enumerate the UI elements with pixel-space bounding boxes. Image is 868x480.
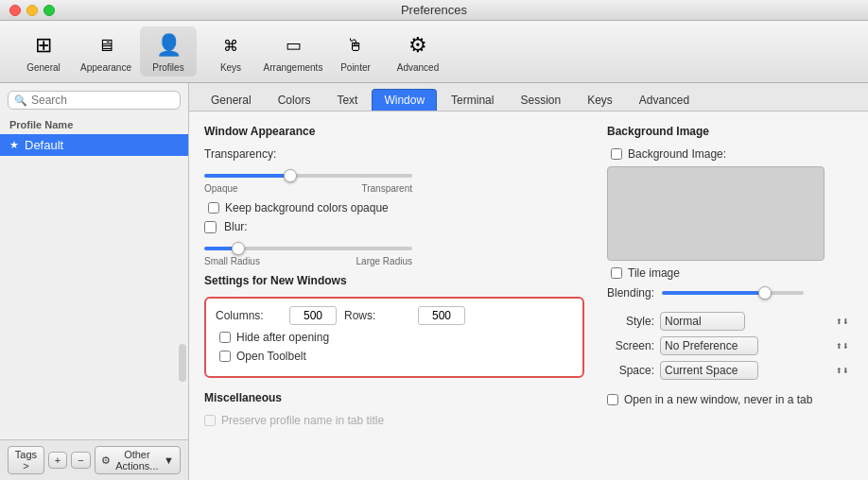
blending-slider-thumb[interactable] <box>758 286 772 300</box>
blending-slider-track[interactable] <box>662 291 804 295</box>
bg-image-checkbox[interactable] <box>611 148 622 160</box>
blur-slider-labels: Small Radius Large Radius <box>204 256 412 266</box>
settings-right: Background Image Background Image: Tile … <box>607 125 853 467</box>
toolbar-advanced-label: Advanced <box>397 62 439 73</box>
style-select[interactable]: NormalNo TitlebarCompactMinimalCustomize… <box>660 312 745 331</box>
close-button[interactable] <box>9 5 21 16</box>
chevron-down-icon: ▼ <box>164 454 174 466</box>
keep-bg-label: Keep background colors opaque <box>225 201 389 214</box>
rows-label: Rows: <box>344 309 410 322</box>
keys-icon: ⌘ <box>216 30 246 60</box>
bg-image-title: Background Image <box>607 125 853 138</box>
open-toolbelt-label: Open Toolbelt <box>236 350 306 363</box>
bg-image-preview <box>607 166 825 261</box>
hide-after-checkbox[interactable] <box>219 332 231 343</box>
style-dropdown-wrapper: NormalNo TitlebarCompactMinimalCustomize… <box>660 312 853 331</box>
scrollbar-thumb[interactable] <box>179 344 186 382</box>
remove-profile-button[interactable]: − <box>71 452 90 469</box>
keep-bg-checkbox[interactable] <box>208 202 219 214</box>
preserve-profile-row: Preserve profile name in tab title <box>204 414 584 427</box>
blur-row: Blur: <box>204 220 584 233</box>
rows-input[interactable] <box>418 306 465 325</box>
transparency-slider-track[interactable] <box>204 174 412 178</box>
open-new-window-row: Open in a new window, never in a tab <box>607 393 853 406</box>
search-input[interactable] <box>31 94 174 107</box>
small-radius-label: Small Radius <box>204 256 260 266</box>
tab-session[interactable]: Session <box>508 89 573 111</box>
tab-keys[interactable]: Keys <box>575 89 625 111</box>
search-icon: 🔍 <box>14 94 27 107</box>
screen-select[interactable]: No PreferenceMain ScreenOther <box>660 336 758 355</box>
columns-rows-row: Columns: Rows: <box>216 306 573 325</box>
general-icon: ⊞ <box>28 30 59 60</box>
preserve-profile-checkbox[interactable] <box>204 415 216 426</box>
hide-after-label: Hide after opening <box>236 331 329 344</box>
sidebar-item-default[interactable]: ★ Default <box>0 134 188 156</box>
screen-row: Screen: No PreferenceMain ScreenOther <box>607 336 853 355</box>
blur-slider-track[interactable] <box>204 247 412 250</box>
columns-input[interactable] <box>289 306 337 325</box>
blending-label: Blending: <box>607 286 654 300</box>
maximize-button[interactable] <box>43 5 55 16</box>
tab-bar: General Colors Text Window Terminal Sess… <box>189 83 868 111</box>
hide-after-row: Hide after opening <box>219 331 573 344</box>
transparent-label: Transparent <box>361 183 412 194</box>
main-area: 🔍 Profile Name ★ Default Tags > + − ⚙ Ot… <box>0 83 868 480</box>
settings-body: Window Appearance Transparency: Opaque T… <box>189 111 868 480</box>
sidebar-item-name: Default <box>25 138 63 152</box>
tags-button[interactable]: Tags > <box>8 446 44 474</box>
minimize-button[interactable] <box>26 5 38 16</box>
sidebar-footer: Tags > + − ⚙ Other Actions... ▼ <box>0 439 188 480</box>
toolbar-advanced[interactable]: ⚙ Advanced <box>390 26 446 77</box>
transparency-slider-container: Opaque Transparent <box>204 168 584 194</box>
tab-window[interactable]: Window <box>372 89 437 111</box>
search-box[interactable]: 🔍 <box>8 91 181 110</box>
toolbar-appearance-label: Appearance <box>80 62 131 73</box>
other-actions-button[interactable]: ⚙ Other Actions... ▼ <box>95 446 181 474</box>
toolbar-profiles[interactable]: 👤 Profiles <box>140 26 197 77</box>
miscellaneous-section: Miscellaneous Preserve profile name in t… <box>204 391 584 427</box>
open-new-window-label: Open in a new window, never in a tab <box>624 393 812 406</box>
open-toolbelt-checkbox[interactable] <box>219 351 231 362</box>
tile-image-label: Tile image <box>628 266 680 280</box>
space-dropdown-wrapper: Current SpaceAll Spaces <box>660 361 853 380</box>
blur-checkbox[interactable] <box>204 221 217 233</box>
transparency-slider-thumb[interactable] <box>284 169 297 182</box>
toolbar-pointer[interactable]: 🖱 Pointer <box>327 26 384 77</box>
tab-colors[interactable]: Colors <box>266 89 323 111</box>
style-label: Style: <box>607 315 654 328</box>
toolbar-keys-label: Keys <box>220 62 241 73</box>
add-profile-button[interactable]: + <box>48 452 67 469</box>
tab-general[interactable]: General <box>199 89 264 111</box>
tab-terminal[interactable]: Terminal <box>439 89 506 111</box>
blur-slider-thumb[interactable] <box>232 242 245 255</box>
tile-image-checkbox[interactable] <box>611 267 622 279</box>
tab-advanced[interactable]: Advanced <box>627 89 702 111</box>
tab-text[interactable]: Text <box>324 89 370 111</box>
tile-image-row: Tile image <box>611 266 853 280</box>
open-new-window-checkbox[interactable] <box>607 394 618 405</box>
toolbar-general-label: General <box>26 62 61 73</box>
keep-bg-row: Keep background colors opaque <box>208 201 584 214</box>
new-windows-box: Columns: Rows: Hide after opening Open T… <box>204 297 584 378</box>
screen-label: Screen: <box>607 339 654 352</box>
transparency-label: Transparency: <box>204 147 276 161</box>
toolbar-appearance[interactable]: 🖥 Appearance <box>78 26 134 77</box>
content-panel: General Colors Text Window Terminal Sess… <box>189 83 868 480</box>
space-row: Space: Current SpaceAll Spaces <box>607 361 853 380</box>
preserve-profile-label: Preserve profile name in tab title <box>221 414 384 427</box>
toolbar-arrangements[interactable]: ▭ Arrangements <box>265 26 321 77</box>
advanced-icon: ⚙ <box>403 30 433 60</box>
other-actions-label: Other Actions... <box>113 449 161 471</box>
screen-dropdown-wrapper: No PreferenceMain ScreenOther <box>660 336 853 355</box>
toolbar-general[interactable]: ⊞ General <box>15 26 72 77</box>
window-controls <box>9 5 55 16</box>
window-appearance-title: Window Appearance <box>204 125 584 138</box>
sidebar-header: Profile Name <box>0 117 188 134</box>
toolbar-pointer-label: Pointer <box>340 62 371 73</box>
toolbar-keys[interactable]: ⌘ Keys <box>202 26 259 77</box>
toolbar-arrangements-label: Arrangements <box>264 62 323 73</box>
pointer-icon: 🖱 <box>340 30 371 60</box>
transparency-slider-labels: Opaque Transparent <box>204 183 412 194</box>
space-select[interactable]: Current SpaceAll Spaces <box>660 361 758 380</box>
